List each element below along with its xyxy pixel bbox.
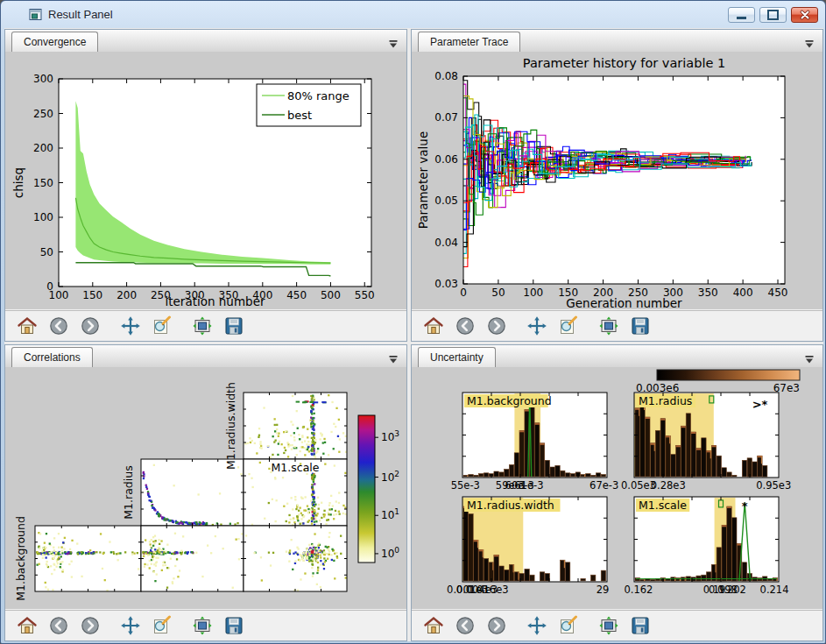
tab-menu-arrow-icon[interactable] bbox=[804, 37, 815, 46]
forward-icon bbox=[486, 315, 507, 336]
back-button[interactable] bbox=[47, 315, 69, 337]
zoom-icon bbox=[152, 615, 173, 636]
home-icon bbox=[423, 315, 444, 336]
svg-text:50: 50 bbox=[40, 246, 53, 258]
svg-text:M1.scale: M1.scale bbox=[272, 461, 320, 474]
forward-button[interactable] bbox=[485, 315, 507, 337]
client-area: Convergence 1001502002503003504004505005… bbox=[4, 28, 823, 641]
pan-button[interactable] bbox=[526, 615, 547, 637]
svg-text:M1.radius.width: M1.radius.width bbox=[467, 499, 554, 512]
back-button[interactable] bbox=[454, 315, 476, 337]
home-button[interactable] bbox=[422, 615, 444, 637]
svg-text:>*: >* bbox=[752, 398, 768, 411]
pan-button[interactable] bbox=[526, 315, 547, 337]
pan-icon bbox=[526, 615, 547, 636]
tab-uncertainty-label: Uncertainty bbox=[430, 351, 484, 364]
forward-button[interactable] bbox=[79, 315, 101, 337]
svg-text:550: 550 bbox=[355, 289, 375, 301]
svg-text:29: 29 bbox=[597, 584, 610, 596]
tab-correlations[interactable]: Correlations bbox=[11, 347, 93, 368]
tab-menu-arrow-icon[interactable] bbox=[388, 352, 399, 362]
parameter-trace-figure: 0501001502002503003504004500.030.040.050… bbox=[412, 52, 822, 309]
svg-text:0.07: 0.07 bbox=[434, 111, 458, 124]
svg-text:55e-3: 55e-3 bbox=[451, 479, 480, 492]
forward-button[interactable] bbox=[485, 615, 507, 637]
pan-button[interactable] bbox=[119, 315, 141, 337]
save-button[interactable] bbox=[629, 315, 651, 337]
svg-text:0: 0 bbox=[46, 280, 53, 293]
subplots-button[interactable] bbox=[597, 315, 619, 337]
correlations-tabbar: Correlations bbox=[5, 345, 406, 368]
pan-icon bbox=[526, 315, 547, 336]
parameter-trace-tabbar: Parameter Trace bbox=[412, 30, 822, 53]
svg-text:103: 103 bbox=[381, 429, 399, 443]
pan-button[interactable] bbox=[119, 615, 141, 637]
minimize-button[interactable] bbox=[728, 7, 755, 23]
svg-text:0.05: 0.05 bbox=[434, 195, 458, 207]
subplots-button[interactable] bbox=[191, 615, 213, 637]
svg-text:M1.radius.width: M1.radius.width bbox=[224, 382, 237, 470]
svg-text:50: 50 bbox=[491, 287, 505, 299]
svg-text:200: 200 bbox=[116, 289, 137, 301]
zoom-button[interactable] bbox=[151, 315, 173, 337]
tab-uncertainty[interactable]: Uncertainty bbox=[418, 347, 496, 368]
tab-parameter-trace[interactable]: Parameter Trace bbox=[418, 32, 520, 53]
tab-menu-arrow-icon[interactable] bbox=[388, 37, 399, 46]
subplots-button[interactable] bbox=[191, 315, 213, 337]
zoom-icon bbox=[558, 615, 579, 636]
zoom-button[interactable] bbox=[151, 615, 173, 637]
svg-text:M1.background: M1.background bbox=[14, 516, 27, 601]
svg-text:80% range: 80% range bbox=[287, 89, 349, 103]
svg-text:67e-3: 67e-3 bbox=[589, 479, 618, 492]
window-controls bbox=[728, 7, 818, 23]
home-button[interactable] bbox=[16, 615, 38, 637]
subplots-icon bbox=[192, 615, 213, 636]
back-icon bbox=[455, 615, 476, 636]
convergence-figure: 1001502002503003504004505005500501001502… bbox=[5, 52, 406, 309]
correlations-panel: Correlations M1.radius.widthM1.radiusM1.… bbox=[4, 344, 407, 641]
svg-text:0.08: 0.08 bbox=[434, 70, 458, 82]
convergence-tabbar: Convergence bbox=[5, 30, 406, 53]
zoom-button[interactable] bbox=[557, 315, 579, 337]
forward-icon bbox=[80, 615, 101, 636]
result-panel-window: Result Panel Convergence 100150200250300… bbox=[0, 0, 826, 644]
convergence-panel: Convergence 1001502002503003504004505005… bbox=[4, 29, 407, 342]
svg-text:400: 400 bbox=[733, 287, 753, 299]
vertical-splitter[interactable] bbox=[407, 29, 411, 641]
titlebar[interactable]: Result Panel bbox=[1, 1, 825, 28]
svg-text:150: 150 bbox=[33, 177, 53, 189]
tab-convergence[interactable]: Convergence bbox=[11, 32, 98, 53]
svg-text:450: 450 bbox=[768, 287, 788, 299]
back-button[interactable] bbox=[454, 615, 476, 637]
uncertainty-chart: 0.003e667e3M1.background55e-359e-360e-36… bbox=[412, 367, 822, 609]
svg-text:0.03: 0.03 bbox=[434, 278, 458, 290]
maximize-button[interactable] bbox=[759, 7, 787, 23]
close-button[interactable] bbox=[791, 7, 818, 23]
home-button[interactable] bbox=[422, 315, 444, 337]
back-icon bbox=[48, 315, 69, 336]
window-title: Result Panel bbox=[48, 8, 113, 21]
save-button[interactable] bbox=[629, 615, 651, 637]
svg-text:0: 0 bbox=[460, 287, 467, 299]
save-button[interactable] bbox=[222, 615, 244, 637]
tab-convergence-label: Convergence bbox=[24, 36, 86, 48]
home-button[interactable] bbox=[16, 315, 38, 337]
convergence-chart: 1001502002503003504004505005500501001502… bbox=[5, 52, 406, 309]
convergence-toolbar bbox=[5, 310, 406, 341]
parameter-trace-chart: 0501001502002503003504004500.030.040.050… bbox=[412, 52, 822, 309]
correlations-chart: M1.radius.widthM1.radiusM1.backgroundM1.… bbox=[5, 367, 406, 609]
svg-text:M1.radius: M1.radius bbox=[122, 465, 135, 519]
back-button[interactable] bbox=[47, 615, 69, 637]
subplots-button[interactable] bbox=[597, 615, 619, 637]
tab-menu-arrow-icon[interactable] bbox=[804, 352, 815, 362]
save-button[interactable] bbox=[222, 315, 244, 337]
horizontal-splitter[interactable] bbox=[4, 342, 823, 344]
window-icon bbox=[29, 8, 43, 22]
svg-text:Parameter value: Parameter value bbox=[416, 131, 430, 229]
correlations-figure: M1.radius.widthM1.radiusM1.backgroundM1.… bbox=[5, 367, 406, 609]
zoom-button[interactable] bbox=[557, 615, 579, 637]
pan-icon bbox=[120, 615, 141, 636]
svg-text:200: 200 bbox=[33, 142, 53, 154]
forward-button[interactable] bbox=[79, 615, 101, 637]
zoom-icon bbox=[152, 315, 173, 336]
